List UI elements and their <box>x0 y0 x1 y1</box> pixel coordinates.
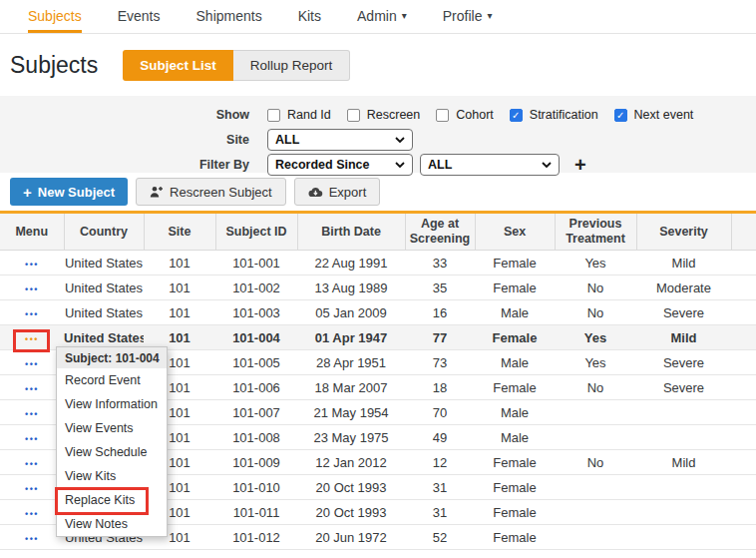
rescreen-subject-button[interactable]: Rescreen Subject <box>136 178 286 206</box>
cell-birth-date: 18 Mar 2007 <box>297 375 405 400</box>
top-nav: Subjects Events Shipments Kits Admin ▾ P… <box>0 0 756 34</box>
chevron-down-icon <box>542 162 552 168</box>
cell-previous-treatment <box>555 425 636 450</box>
cell-subject-id: 101-001 <box>215 251 297 276</box>
export-button[interactable]: Export <box>294 178 381 206</box>
checkbox-cohort[interactable]: Cohort <box>436 108 494 122</box>
checkbox-rand-id[interactable]: Rand Id <box>267 108 331 122</box>
row-menu-icon[interactable]: ••• <box>25 309 39 319</box>
filter-field-value: Recorded Since <box>275 158 369 172</box>
cell-birth-date: 20 Jun 1972 <box>297 525 405 550</box>
rescreen-subject-label: Rescreen Subject <box>170 185 272 200</box>
cell-age: 52 <box>405 525 475 550</box>
cell-country: United States <box>64 251 144 276</box>
page-title: Subjects <box>10 52 98 79</box>
cell-sex: Female <box>475 500 555 525</box>
cell-subject-id: 101-011 <box>215 500 297 525</box>
checkbox-unchecked-icon[interactable] <box>436 109 449 122</box>
cell-spare <box>731 276 756 300</box>
nav-tab-label: Events <box>118 8 161 24</box>
cell-spare <box>731 400 756 425</box>
cell-previous-treatment: No <box>555 450 636 475</box>
cell-menu: ••• <box>0 300 64 325</box>
table-row: •••United States101101-00305 Jan 200916M… <box>0 300 756 325</box>
cell-age: 31 <box>405 500 475 525</box>
filter-field-select[interactable]: Recorded Since <box>267 154 413 176</box>
row-menu-icon[interactable]: ••• <box>25 260 39 270</box>
cell-site: 101 <box>144 276 215 300</box>
checkbox-next-event[interactable]: ✓Next event <box>614 108 694 122</box>
cell-menu: ••• <box>0 450 64 475</box>
cell-spare <box>731 350 756 375</box>
nav-tab-label: Admin <box>357 8 397 24</box>
cell-age: 49 <box>405 425 475 450</box>
cell-sex: Female <box>475 325 555 350</box>
nav-dropdown-profile[interactable]: Profile ▾ <box>443 0 493 33</box>
cell-birth-date: 01 Apr 1947 <box>297 325 405 350</box>
cell-severity <box>636 400 731 425</box>
col-header-subject-id: Subject ID <box>215 213 297 251</box>
checkbox-unchecked-icon[interactable] <box>267 109 280 122</box>
cell-age: 35 <box>405 276 475 300</box>
app-window: Subjects Events Shipments Kits Admin ▾ P… <box>0 0 756 558</box>
cell-country: United States <box>64 276 144 300</box>
filter-value-select[interactable]: ALL <box>420 154 560 176</box>
checkbox-unchecked-icon[interactable] <box>347 109 360 122</box>
nav-tab-kits[interactable]: Kits <box>298 0 321 33</box>
add-filter-icon[interactable]: + <box>574 155 586 175</box>
new-subject-button[interactable]: + New Subject <box>10 178 128 206</box>
cell-age: 12 <box>405 450 475 475</box>
nav-tab-subjects[interactable]: Subjects <box>28 0 82 33</box>
cell-birth-date: 21 May 1954 <box>297 400 405 425</box>
nav-dropdown-admin[interactable]: Admin ▾ <box>357 0 407 33</box>
cell-severity <box>636 475 731 500</box>
row-menu-icon[interactable]: ••• <box>25 284 39 294</box>
row-menu-icon[interactable]: ••• <box>25 434 39 444</box>
row-menu-icon[interactable]: ••• <box>25 409 39 419</box>
menu-item-view-events[interactable]: View Events <box>57 416 167 440</box>
cell-sex: Female <box>475 525 555 550</box>
col-header-country: Country <box>64 213 144 251</box>
cell-previous-treatment: No <box>555 375 636 400</box>
cell-severity <box>636 425 731 450</box>
row-menu-icon[interactable]: ••• <box>25 534 39 544</box>
row-menu-icon[interactable]: ••• <box>25 359 39 369</box>
site-select[interactable]: ALL <box>267 129 413 151</box>
cell-age: 77 <box>405 325 475 350</box>
page-header: Subjects Subject List Rollup Report <box>0 34 756 96</box>
cell-menu: ••• <box>0 400 64 425</box>
row-menu-icon[interactable]: ••• <box>25 509 39 519</box>
menu-item-view-notes[interactable]: View Notes <box>57 512 167 536</box>
menu-item-view-information[interactable]: View Information <box>57 392 167 416</box>
rollup-report-button[interactable]: Rollup Report <box>233 50 351 81</box>
menu-item-view-kits[interactable]: View Kits <box>57 464 167 488</box>
menu-item-view-schedule[interactable]: View Schedule <box>57 440 167 464</box>
menu-item-replace-kits[interactable]: Replace Kits <box>57 488 167 512</box>
checkbox-checked-icon[interactable]: ✓ <box>510 109 523 122</box>
menu-item-record-event[interactable]: Record Event <box>57 368 167 392</box>
cell-menu: ••• <box>0 276 64 300</box>
cell-subject-id: 101-012 <box>215 525 297 550</box>
nav-tab-shipments[interactable]: Shipments <box>196 0 262 33</box>
row-menu-icon[interactable]: ••• <box>25 459 39 469</box>
row-menu-icon[interactable]: ••• <box>25 334 39 344</box>
show-label: Show <box>0 108 249 122</box>
cell-spare <box>731 251 756 276</box>
cell-spare <box>731 500 756 525</box>
cell-menu: ••• <box>0 475 64 500</box>
checkbox-checked-icon[interactable]: ✓ <box>614 109 627 122</box>
subject-list-button[interactable]: Subject List <box>123 50 233 81</box>
checkbox-label: Next event <box>634 108 694 122</box>
row-menu-icon[interactable]: ••• <box>25 484 39 494</box>
checkbox-rescreen[interactable]: Rescreen <box>347 108 421 122</box>
cell-subject-id: 101-004 <box>215 325 297 350</box>
cell-sex: Female <box>475 375 555 400</box>
cell-birth-date: 28 Apr 1951 <box>297 350 405 375</box>
cell-site: 101 <box>144 300 215 325</box>
cell-severity: Severe <box>636 375 731 400</box>
chevron-down-icon <box>395 162 405 168</box>
row-menu-icon[interactable]: ••• <box>25 384 39 394</box>
checkbox-stratification[interactable]: ✓Stratification <box>510 108 598 122</box>
cell-sex: Female <box>475 276 555 300</box>
nav-tab-events[interactable]: Events <box>118 0 161 33</box>
